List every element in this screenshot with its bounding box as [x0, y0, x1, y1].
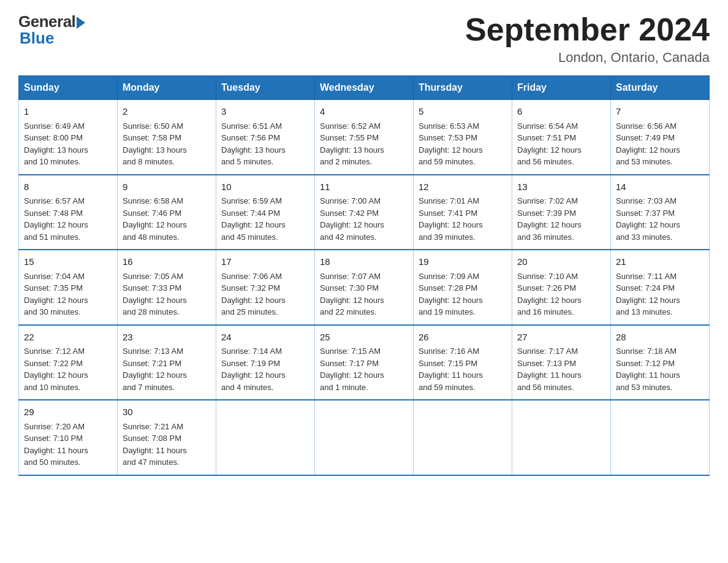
- day-cell: 16Sunrise: 7:05 AMSunset: 7:33 PMDayligh…: [118, 250, 216, 325]
- day-cell: 15Sunrise: 7:04 AMSunset: 7:35 PMDayligh…: [19, 250, 118, 325]
- week-row-5: 29Sunrise: 7:20 AMSunset: 7:10 PMDayligh…: [19, 400, 710, 475]
- day-cell: 22Sunrise: 7:12 AMSunset: 7:22 PMDayligh…: [19, 325, 118, 400]
- title-block: September 2024 London, Ontario, Canada: [465, 12, 710, 66]
- day-cell: 8Sunrise: 6:57 AMSunset: 7:48 PMDaylight…: [19, 175, 118, 250]
- day-cell: 14Sunrise: 7:03 AMSunset: 7:37 PMDayligh…: [611, 175, 710, 250]
- header-cell-sunday: Sunday: [19, 76, 118, 100]
- header-cell-monday: Monday: [118, 76, 216, 100]
- day-info: Sunrise: 7:05 AMSunset: 7:33 PMDaylight:…: [123, 272, 187, 317]
- day-number: 18: [320, 255, 408, 269]
- day-cell: 2Sunrise: 6:50 AMSunset: 7:58 PMDaylight…: [118, 100, 216, 175]
- day-cell: 17Sunrise: 7:06 AMSunset: 7:32 PMDayligh…: [216, 250, 315, 325]
- day-cell: 23Sunrise: 7:13 AMSunset: 7:21 PMDayligh…: [118, 325, 216, 400]
- day-info: Sunrise: 6:56 AMSunset: 7:49 PMDaylight:…: [616, 121, 680, 167]
- day-cell: 9Sunrise: 6:58 AMSunset: 7:46 PMDaylight…: [118, 175, 216, 250]
- day-number: 15: [24, 255, 112, 269]
- logo: General Blue: [18, 12, 85, 48]
- day-info: Sunrise: 7:06 AMSunset: 7:32 PMDaylight:…: [221, 272, 286, 317]
- day-cell: 6Sunrise: 6:54 AMSunset: 7:51 PMDaylight…: [512, 100, 611, 175]
- day-cell: 26Sunrise: 7:16 AMSunset: 7:15 PMDayligh…: [414, 325, 512, 400]
- day-cell: [611, 400, 710, 475]
- day-info: Sunrise: 7:16 AMSunset: 7:15 PMDaylight:…: [419, 347, 483, 392]
- day-number: 17: [221, 255, 309, 269]
- header-cell-thursday: Thursday: [414, 76, 512, 100]
- day-cell: 13Sunrise: 7:02 AMSunset: 7:39 PMDayligh…: [512, 175, 611, 250]
- day-cell: 19Sunrise: 7:09 AMSunset: 7:28 PMDayligh…: [414, 250, 512, 325]
- day-number: 26: [419, 331, 507, 345]
- day-number: 20: [517, 255, 605, 269]
- day-number: 21: [616, 255, 704, 269]
- day-number: 25: [320, 331, 408, 345]
- day-cell: 10Sunrise: 6:59 AMSunset: 7:44 PMDayligh…: [216, 175, 315, 250]
- header-row: SundayMondayTuesdayWednesdayThursdayFrid…: [19, 76, 710, 100]
- week-row-2: 8Sunrise: 6:57 AMSunset: 7:48 PMDaylight…: [19, 175, 710, 250]
- day-info: Sunrise: 7:20 AMSunset: 7:10 PMDaylight:…: [24, 422, 88, 467]
- day-number: 30: [123, 405, 211, 419]
- day-info: Sunrise: 7:14 AMSunset: 7:19 PMDaylight:…: [221, 347, 286, 392]
- day-number: 4: [320, 105, 408, 119]
- calendar-title: September 2024: [465, 12, 710, 47]
- day-number: 8: [24, 180, 112, 194]
- day-cell: 25Sunrise: 7:15 AMSunset: 7:17 PMDayligh…: [315, 325, 414, 400]
- day-info: Sunrise: 7:00 AMSunset: 7:42 PMDaylight:…: [320, 196, 384, 242]
- day-number: 14: [616, 180, 704, 194]
- day-number: 27: [517, 331, 605, 345]
- day-info: Sunrise: 6:50 AMSunset: 7:58 PMDaylight:…: [123, 121, 187, 167]
- day-cell: 12Sunrise: 7:01 AMSunset: 7:41 PMDayligh…: [414, 175, 512, 250]
- day-info: Sunrise: 7:02 AMSunset: 7:39 PMDaylight:…: [517, 196, 582, 242]
- week-row-4: 22Sunrise: 7:12 AMSunset: 7:22 PMDayligh…: [19, 325, 710, 400]
- day-cell: 21Sunrise: 7:11 AMSunset: 7:24 PMDayligh…: [611, 250, 710, 325]
- calendar-body: 1Sunrise: 6:49 AMSunset: 8:00 PMDaylight…: [19, 100, 710, 475]
- day-number: 24: [221, 331, 309, 345]
- day-info: Sunrise: 7:03 AMSunset: 7:37 PMDaylight:…: [616, 196, 680, 242]
- day-cell: 28Sunrise: 7:18 AMSunset: 7:12 PMDayligh…: [611, 325, 710, 400]
- header-cell-saturday: Saturday: [611, 76, 710, 100]
- day-cell: 7Sunrise: 6:56 AMSunset: 7:49 PMDaylight…: [611, 100, 710, 175]
- day-number: 23: [123, 331, 211, 345]
- day-info: Sunrise: 7:17 AMSunset: 7:13 PMDaylight:…: [517, 347, 582, 392]
- day-number: 3: [221, 105, 309, 119]
- day-number: 1: [24, 105, 112, 119]
- page-header: General Blue September 2024 London, Onta…: [18, 12, 710, 66]
- day-number: 28: [616, 331, 704, 345]
- day-cell: 20Sunrise: 7:10 AMSunset: 7:26 PMDayligh…: [512, 250, 611, 325]
- day-number: 10: [221, 180, 309, 194]
- day-cell: 30Sunrise: 7:21 AMSunset: 7:08 PMDayligh…: [118, 400, 216, 475]
- day-cell: 3Sunrise: 6:51 AMSunset: 7:56 PMDaylight…: [216, 100, 315, 175]
- day-info: Sunrise: 6:57 AMSunset: 7:48 PMDaylight:…: [24, 196, 88, 242]
- day-number: 6: [517, 105, 605, 119]
- day-number: 7: [616, 105, 704, 119]
- day-cell: 27Sunrise: 7:17 AMSunset: 7:13 PMDayligh…: [512, 325, 611, 400]
- day-number: 9: [123, 180, 211, 194]
- day-cell: 1Sunrise: 6:49 AMSunset: 8:00 PMDaylight…: [19, 100, 118, 175]
- day-cell: [216, 400, 315, 475]
- week-row-1: 1Sunrise: 6:49 AMSunset: 8:00 PMDaylight…: [19, 100, 710, 175]
- header-cell-wednesday: Wednesday: [315, 76, 414, 100]
- day-info: Sunrise: 6:58 AMSunset: 7:46 PMDaylight:…: [123, 196, 187, 242]
- day-info: Sunrise: 7:15 AMSunset: 7:17 PMDaylight:…: [320, 347, 384, 392]
- day-info: Sunrise: 6:51 AMSunset: 7:56 PMDaylight:…: [221, 121, 286, 167]
- header-cell-friday: Friday: [512, 76, 611, 100]
- day-info: Sunrise: 7:21 AMSunset: 7:08 PMDaylight:…: [123, 422, 187, 467]
- week-row-3: 15Sunrise: 7:04 AMSunset: 7:35 PMDayligh…: [19, 250, 710, 325]
- day-info: Sunrise: 7:13 AMSunset: 7:21 PMDaylight:…: [123, 347, 187, 392]
- day-number: 11: [320, 180, 408, 194]
- logo-arrow-icon: [77, 17, 85, 29]
- day-number: 16: [123, 255, 211, 269]
- header-cell-tuesday: Tuesday: [216, 76, 315, 100]
- day-number: 2: [123, 105, 211, 119]
- day-number: 13: [517, 180, 605, 194]
- day-cell: 18Sunrise: 7:07 AMSunset: 7:30 PMDayligh…: [315, 250, 414, 325]
- day-cell: [414, 400, 512, 475]
- calendar-subtitle: London, Ontario, Canada: [465, 50, 710, 66]
- day-info: Sunrise: 6:52 AMSunset: 7:55 PMDaylight:…: [320, 121, 384, 167]
- day-info: Sunrise: 7:12 AMSunset: 7:22 PMDaylight:…: [24, 347, 88, 392]
- day-info: Sunrise: 7:11 AMSunset: 7:24 PMDaylight:…: [616, 272, 680, 317]
- day-info: Sunrise: 6:59 AMSunset: 7:44 PMDaylight:…: [221, 196, 286, 242]
- day-info: Sunrise: 7:09 AMSunset: 7:28 PMDaylight:…: [419, 272, 483, 317]
- day-info: Sunrise: 6:49 AMSunset: 8:00 PMDaylight:…: [24, 121, 88, 167]
- day-cell: [315, 400, 414, 475]
- day-info: Sunrise: 7:01 AMSunset: 7:41 PMDaylight:…: [419, 196, 483, 242]
- calendar-header: SundayMondayTuesdayWednesdayThursdayFrid…: [19, 76, 710, 100]
- logo-blue-text: Blue: [20, 29, 54, 48]
